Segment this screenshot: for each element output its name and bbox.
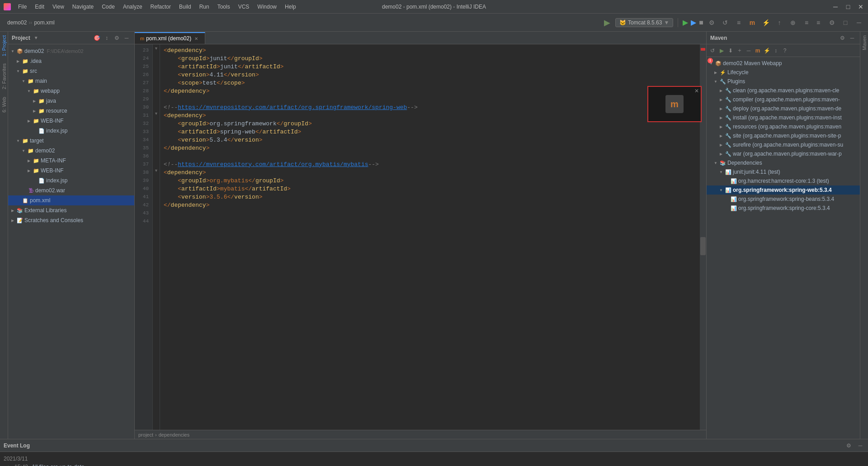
maven-item-compiler[interactable]: ▶ 🔧 compiler (org.apache.maven.plugins:m…	[707, 95, 860, 104]
maven-add-btn[interactable]: ＋	[736, 47, 744, 55]
tree-item-src[interactable]: ▼ 📁 src	[8, 66, 134, 76]
tab-close-pom-xml[interactable]: ✕	[193, 35, 199, 42]
maven-item-dependencies[interactable]: ▼ 📚 Dependencies	[707, 158, 860, 167]
maven-item-clean[interactable]: ▶ 🔧 clean (org.apache.maven.plugins:mave…	[707, 86, 860, 95]
search-everywhere-button[interactable]: ≡	[733, 17, 744, 28]
fold-38[interactable]: ▼	[153, 166, 160, 175]
breadcrumb-file[interactable]: pom.xml	[34, 19, 54, 26]
event-log-minimize-btn[interactable]: ─	[856, 442, 864, 450]
tree-item-idea[interactable]: ▶ 📁 .idea	[8, 56, 134, 66]
minimize-panel-btn[interactable]: ─	[854, 17, 864, 28]
menu-analyze[interactable]: Analyze	[119, 3, 146, 11]
maven-item-hamcrest[interactable]: 📊 org.hamcrest:hamcrest-core:1.3 (test)	[707, 176, 860, 185]
tree-item-index-jsp1[interactable]: 📄 index.jsp	[8, 126, 134, 136]
sidebar-sort-btn[interactable]: ↕	[103, 34, 111, 42]
tomcat-dropdown-icon[interactable]: ▼	[664, 19, 669, 26]
tree-item-index-jsp2[interactable]: 📄 index.jsp	[8, 176, 134, 185]
close-button[interactable]: ✕	[857, 3, 864, 10]
maven-icon-btn[interactable]: m	[747, 17, 758, 28]
maven-run-script-btn[interactable]: ⚡	[763, 47, 771, 55]
menu-navigate[interactable]: Navigate	[69, 3, 97, 11]
sidebar-locate-btn[interactable]: 🎯	[93, 34, 101, 42]
menu-tools[interactable]: Tools	[214, 3, 234, 11]
menu-file[interactable]: File	[14, 3, 30, 11]
maven-collapse-btn[interactable]: ─	[745, 47, 753, 55]
menu-run[interactable]: Run	[196, 3, 213, 11]
debug-button[interactable]: ▶	[691, 18, 696, 27]
maven-run-configs-btn[interactable]: m	[754, 47, 762, 55]
sidebar-settings-btn[interactable]: ⚙	[113, 34, 121, 42]
build-button[interactable]: ⚙	[706, 17, 717, 28]
maven-item-demo02[interactable]: ▼ 📦 demo02 Maven Webapp	[707, 59, 860, 68]
maven-item-spring-core[interactable]: 📊 org.springframework:spring-core:5.3.4	[707, 204, 860, 213]
tree-item-main[interactable]: ▼ 📁 main	[8, 76, 134, 86]
editor-breadcrumb-dependencies[interactable]: dependencies	[159, 432, 190, 437]
mvn-link-mybatis[interactable]: https://mvnrepository.com/artifact/org.m…	[178, 161, 368, 168]
tree-item-metainf[interactable]: ▶ 📁 META-INF	[8, 156, 134, 166]
tree-item-webinf[interactable]: ▶ 📁 WEB-INF	[8, 116, 134, 126]
maven-item-spring-web[interactable]: ▼ 📊 org.springframework:spring-web:5.3.4	[707, 185, 860, 195]
editor-tab-pom-xml[interactable]: m pom.xml (demo02) ✕	[135, 32, 205, 44]
left-tab-project[interactable]: 1: Project	[0, 32, 9, 60]
maven-item-lifecycle[interactable]: ▶ ⚡ Lifecycle	[707, 68, 860, 77]
expand-all-btn[interactable]: ≡	[801, 17, 812, 28]
event-log-settings-btn[interactable]: ⚙	[844, 442, 853, 450]
tree-item-external-libs[interactable]: ▶ 📚 External Libraries	[8, 205, 134, 215]
toolbar-settings-btn[interactable]: ⚙	[826, 17, 837, 28]
tree-item-resource[interactable]: ▶ 📁 resource	[8, 106, 134, 116]
menu-edit[interactable]: Edit	[31, 3, 48, 11]
collapse-all-btn[interactable]: ≡	[813, 17, 824, 28]
maven-item-war[interactable]: ▶ 🔧 war (org.apache.maven.plugins:maven-…	[707, 149, 860, 158]
maven-download-btn[interactable]: ⬇	[726, 47, 735, 55]
tree-item-demo02[interactable]: ▼ 📦 demo02 F:\IDEA\demo02	[8, 46, 134, 56]
menu-build[interactable]: Build	[175, 3, 195, 11]
maven-toggle-btn[interactable]: ↕	[772, 47, 780, 55]
tree-item-demo02-target[interactable]: ▼ 📁 demo02	[8, 146, 134, 156]
scroll-thumb[interactable]	[700, 237, 706, 255]
right-tab-maven[interactable]: Maven	[860, 32, 868, 54]
maven-item-install[interactable]: ▶ 🔧 install (org.apache.maven.plugins:ma…	[707, 113, 860, 122]
menu-vcs[interactable]: VCS	[235, 3, 253, 11]
menu-help[interactable]: Help	[281, 3, 300, 11]
stop-button[interactable]: ■	[699, 19, 703, 27]
tree-item-webapp[interactable]: ▼ 📁 webapp	[8, 86, 134, 96]
fold-23[interactable]: ▼	[153, 44, 160, 52]
menu-view[interactable]: View	[49, 3, 68, 11]
tree-item-demo02-war[interactable]: 🗜 demo02.war	[8, 185, 134, 195]
menu-refactor[interactable]: Refactor	[147, 3, 175, 11]
maven-run-btn[interactable]: ▶	[717, 47, 726, 55]
maven-item-site[interactable]: ▶ 🔧 site (org.apache.maven.plugins:maven…	[707, 131, 860, 140]
sidebar-minimize-btn[interactable]: ─	[123, 34, 131, 42]
tree-item-webinf2[interactable]: ▶ 📁 WEB-INF	[8, 166, 134, 176]
maven-item-plugins[interactable]: ▼ 🔧 Plugins	[707, 77, 860, 86]
tree-item-target[interactable]: ▼ 📁 target	[8, 136, 134, 146]
tree-item-scratches[interactable]: ▶ 📝 Scratches and Consoles	[8, 215, 134, 225]
tree-item-pom-xml[interactable]: 📋 pom.xml	[8, 195, 134, 205]
fold-31[interactable]: ▼	[153, 109, 160, 118]
editor-breadcrumb-project[interactable]: project	[138, 432, 153, 437]
maven-item-spring-beans[interactable]: 📊 org.springframework:spring-beans:5.3.4	[707, 195, 860, 204]
run-button[interactable]: ▶	[683, 18, 688, 27]
maven-settings-btn[interactable]: ⚙	[838, 34, 846, 42]
expand-toolbar-btn[interactable]: □	[840, 17, 851, 28]
maven-item-resources[interactable]: ▶ 🔧 resources (org.apache.maven.plugins:…	[707, 122, 860, 131]
preview-close-button[interactable]: ✕	[694, 88, 699, 94]
maven-item-junit[interactable]: ▼ 📊 junit:junit:4.11 (test)	[707, 167, 860, 176]
maven-item-deploy[interactable]: ▶ 🔧 deploy (org.apache.maven.plugins:mav…	[707, 104, 860, 113]
code-content[interactable]: <dependency> <groupId> junit </groupId> …	[160, 44, 700, 430]
left-tab-favorites[interactable]: 2: Favorites	[0, 60, 9, 93]
left-tab-web[interactable]: 6: Web	[0, 93, 9, 116]
maven-btn2[interactable]: ⚡	[760, 17, 771, 28]
back-button[interactable]: ▶	[602, 17, 613, 28]
maven-help-btn[interactable]: ?	[781, 47, 789, 55]
tree-item-java[interactable]: ▶ 📁 java	[8, 96, 134, 106]
tomcat-config-button[interactable]: 🐱 Tomcat 8.5.63 ▼	[615, 18, 673, 27]
generate-btn[interactable]: ⊕	[788, 17, 798, 28]
mvn-link-spring[interactable]: https://mvnrepository.com/artifact/org.s…	[178, 104, 407, 111]
maximize-button[interactable]: □	[844, 3, 852, 10]
maven-item-surefire[interactable]: ▶ 🔧 surefire (org.apache.maven.plugins:m…	[707, 140, 860, 149]
minimize-button[interactable]: ─	[832, 3, 839, 10]
maven-reload-btn[interactable]: ↺	[708, 47, 717, 55]
update-btn[interactable]: ↑	[774, 17, 785, 28]
menu-code[interactable]: Code	[98, 3, 118, 11]
